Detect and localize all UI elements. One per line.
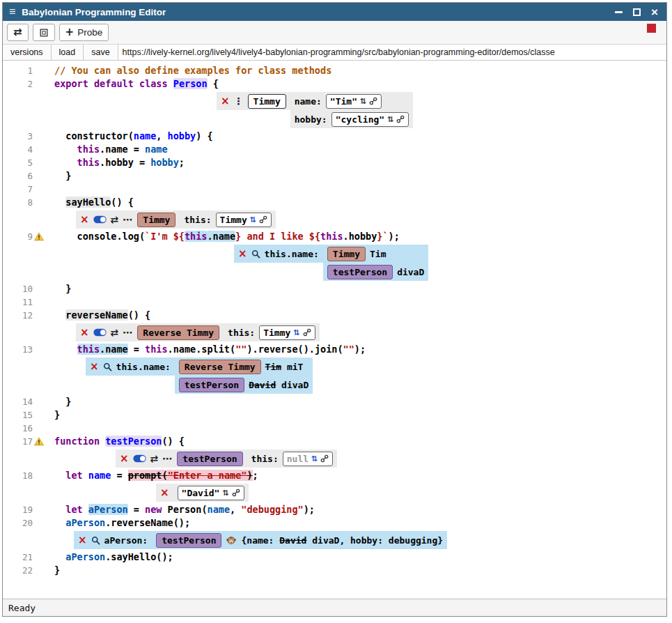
value-stepper-icon[interactable]: ⇅: [293, 326, 299, 339]
code-line: 19 let aPerson = new Person(name, "debug…: [3, 503, 666, 516]
param-label: hobby:: [295, 113, 327, 126]
link-icon[interactable]: [396, 115, 405, 123]
toggle-on-icon[interactable]: [93, 328, 107, 337]
link-icon[interactable]: [232, 489, 240, 497]
gutter: 22: [3, 564, 46, 577]
example-badge[interactable]: Reverse Timmy: [137, 325, 219, 340]
link-icon[interactable]: [369, 97, 377, 105]
example-badge[interactable]: Timmy: [327, 247, 366, 261]
probe-values: Tim miT: [265, 360, 304, 374]
code-text[interactable]: }: [46, 169, 666, 183]
code-text[interactable]: [46, 183, 666, 196]
code-text[interactable]: export default class Person {: [46, 77, 666, 91]
toggle-on-icon[interactable]: [133, 454, 146, 463]
value-input[interactable]: Timmy⇅: [259, 325, 315, 340]
example-widget: ×⇄⋯Reverse Timmythis:Timmy⇅: [76, 323, 320, 341]
code-text[interactable]: [46, 422, 666, 435]
title-bar[interactable]: ≡ Babylonian Programming Editor ×: [3, 3, 666, 21]
code-text[interactable]: [46, 295, 666, 309]
unsaved-indicator: [647, 24, 656, 33]
code-text[interactable]: }: [46, 564, 666, 577]
maximize-button[interactable]: [633, 8, 641, 16]
code-text[interactable]: this.hobby = hobby;: [46, 156, 666, 169]
plus-icon: +: [65, 27, 75, 38]
swap-icon[interactable]: ⇄: [150, 452, 159, 466]
example-badge[interactable]: Timmy: [248, 94, 286, 109]
link-icon[interactable]: [320, 454, 329, 463]
save-button[interactable]: save: [84, 45, 118, 60]
example-badge[interactable]: testPerson: [179, 378, 244, 392]
select-region-button[interactable]: [33, 24, 55, 41]
example-badge[interactable]: Timmy: [137, 213, 175, 227]
swap-button[interactable]: ⇄: [7, 24, 29, 41]
remove-icon[interactable]: ×: [238, 249, 247, 259]
value-input[interactable]: Timmy⇅: [216, 213, 272, 227]
code-text[interactable]: this.name = this.name.split("").reverse(…: [46, 343, 666, 356]
code-text[interactable]: let name = prompt("Enter a name");: [46, 469, 666, 482]
gutter: 10: [3, 282, 46, 295]
value-stepper-icon[interactable]: ⇅: [250, 213, 256, 226]
menu-icon[interactable]: ≡: [9, 6, 15, 17]
link-icon[interactable]: [303, 328, 311, 337]
remove-icon[interactable]: ×: [80, 215, 89, 225]
value-stepper-icon[interactable]: ⇅: [222, 486, 228, 500]
code-text[interactable]: let aPerson = new Person(name, "debuggin…: [46, 503, 666, 516]
example-badge[interactable]: testPerson: [156, 533, 221, 548]
example-badge[interactable]: Reverse Timmy: [179, 360, 261, 374]
code-line: 13 this.name = this.name.split("").rever…: [3, 343, 666, 356]
link-icon[interactable]: [259, 215, 267, 224]
drag-handle-icon[interactable]: ⋮: [234, 95, 244, 108]
selection-frame-icon: [39, 28, 49, 38]
remove-icon[interactable]: ×: [221, 96, 230, 107]
example-badge[interactable]: testPerson: [177, 452, 242, 466]
code-text[interactable]: }: [46, 282, 666, 295]
minimize-button[interactable]: [615, 11, 623, 13]
value-stepper-icon[interactable]: ⇅: [311, 452, 318, 466]
code-text[interactable]: aPerson.sayHello();: [46, 551, 666, 564]
code-text[interactable]: this.name = name: [46, 143, 666, 156]
value-input[interactable]: null⇅: [283, 452, 334, 466]
load-button[interactable]: load: [52, 45, 84, 60]
code-text[interactable]: }: [46, 395, 666, 408]
add-probe-label: Probe: [77, 27, 102, 38]
toggle-on-icon[interactable]: [93, 215, 107, 224]
value-input[interactable]: "David"⇅: [178, 486, 244, 500]
warning-icon[interactable]: [34, 437, 44, 446]
value-stepper-icon[interactable]: ⇅: [387, 113, 393, 126]
code-text[interactable]: }: [46, 408, 666, 422]
warning-icon[interactable]: [34, 232, 44, 241]
monkey-emoji-icon: [226, 535, 237, 546]
swap-icon[interactable]: ⇄: [111, 213, 119, 226]
remove-icon[interactable]: ×: [160, 488, 169, 498]
remove-icon[interactable]: ×: [90, 362, 99, 372]
code-text[interactable]: // You can also define examples for clas…: [46, 64, 666, 77]
code-text[interactable]: function testPerson() {: [46, 435, 666, 448]
remove-icon[interactable]: ×: [78, 535, 87, 546]
code-text[interactable]: constructor(name, hobby) {: [46, 130, 666, 143]
code-text[interactable]: sayHello() {: [46, 196, 666, 209]
close-button[interactable]: ×: [651, 6, 658, 18]
code-line: 11: [3, 295, 666, 309]
value-input[interactable]: "cycling"⇅: [331, 112, 409, 127]
add-probe-button[interactable]: + Probe: [59, 24, 109, 41]
remove-icon[interactable]: ×: [80, 328, 89, 338]
more-options-icon[interactable]: ⋯: [123, 326, 133, 339]
value-input[interactable]: "Tim"⇅: [326, 94, 382, 109]
remove-icon[interactable]: ×: [120, 454, 129, 464]
code-editor[interactable]: 1// You can also define examples for cla…: [3, 61, 666, 599]
swap-icon[interactable]: ⇄: [111, 326, 119, 339]
code-line: 7: [3, 183, 666, 196]
url-input[interactable]: https://lively-kernel.org/lively4/lively…: [118, 45, 666, 60]
code-text[interactable]: aPerson.reverseName();: [46, 516, 666, 530]
gutter: 6: [3, 169, 46, 183]
more-options-icon[interactable]: ⋯: [162, 452, 173, 466]
value-stepper-icon[interactable]: ⇅: [360, 95, 366, 108]
code-text[interactable]: reverseName() {: [46, 309, 666, 322]
code-text[interactable]: console.log(`I'm ${this.name} and I like…: [46, 230, 666, 243]
window-controls: ×: [615, 6, 660, 18]
example-badge[interactable]: testPerson: [327, 265, 393, 279]
gutter: 11: [3, 295, 46, 309]
versions-button[interactable]: versions: [3, 45, 52, 60]
code-line: 12 reverseName() {: [3, 309, 666, 322]
more-options-icon[interactable]: ⋯: [123, 213, 133, 226]
